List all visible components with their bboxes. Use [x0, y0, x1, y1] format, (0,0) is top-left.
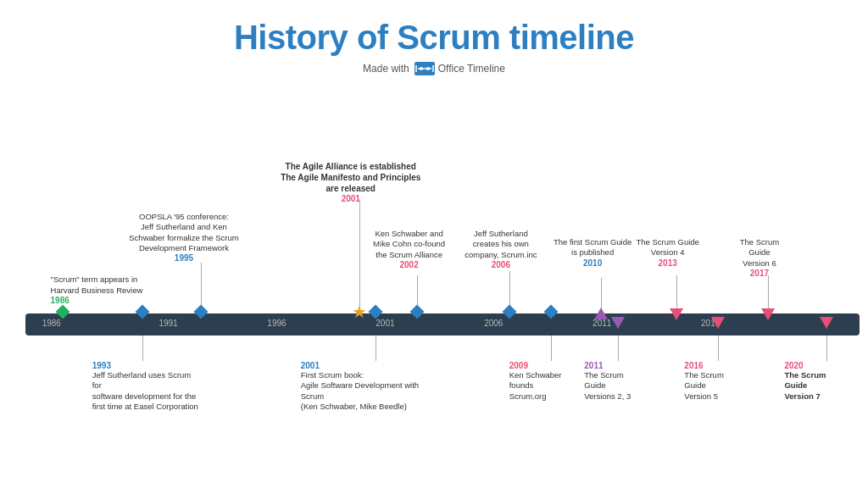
office-timeline-logo: Office Timeline: [415, 62, 505, 75]
marker-2001-star: ★: [352, 303, 367, 320]
marker-2016: [711, 317, 725, 329]
marker-1995: [196, 307, 206, 317]
timeline-bar: 1986 1991 1996 2001 2006 2011 2016: [25, 313, 860, 336]
marker-2009: [546, 307, 556, 317]
year-1991: 1991: [159, 319, 177, 328]
year-1986: 1986: [42, 319, 61, 328]
marker-1986: [58, 307, 68, 317]
ot-logo-icon: [415, 62, 435, 75]
event-jeff-easel: 1993 Jeff Sutherland uses Scrum forsoftw…: [92, 361, 203, 412]
event-scrum-org: 2009 Ken SchwaberfoundsScrum.org: [509, 361, 577, 402]
marker-2002: [412, 307, 422, 317]
event-guide-v7: 2020 The ScrumGuideVersion 7: [784, 361, 848, 402]
subtitle-text: Made with: [363, 63, 409, 75]
year-2011: 2011: [593, 319, 611, 328]
marker-2006: [504, 307, 515, 317]
event-ken-mike: Ken Schwaber andMike Cohn co-foundthe Sc…: [363, 229, 456, 269]
page: History of Scrum timeline Made with Offi…: [0, 0, 868, 488]
subtitle-bar: Made with Office Timeline: [0, 62, 868, 75]
timeline-container: 1986 1991 1996 2001 2006 2011 2016 "Scru…: [25, 144, 860, 449]
event-oopsla: OOPSLA '95 conference:Jeff Sutherland an…: [129, 212, 239, 263]
marker-2013: [670, 308, 683, 320]
connector-agile: [359, 199, 360, 315]
marker-2020: [820, 317, 833, 329]
year-2006: 2006: [484, 319, 503, 328]
event-guide-v5: 2016 The ScrumGuideVersion 5: [684, 361, 748, 402]
event-jeff-own: Jeff Sutherlandcreates his owncompany, S…: [459, 229, 543, 269]
connector-guide-v23: [618, 336, 619, 361]
marker-2011: [611, 317, 625, 329]
svg-point-2: [420, 67, 423, 70]
marker-2010: [594, 308, 608, 319]
marker-2017: [761, 308, 775, 320]
connector-jeff-easel: [142, 336, 143, 361]
marker-2001-below: [370, 307, 381, 317]
event-guide-v23: 2011 The ScrumGuideVersions 2, 3: [584, 361, 652, 402]
event-first-book: 2001 First Scrum book:Agile Software Dev…: [301, 361, 428, 412]
connector-first-book: [376, 336, 376, 361]
event-first-guide: The first Scrum Guideis published 2010: [550, 237, 635, 268]
event-agile-alliance: The Agile Alliance is establishedThe Agi…: [275, 161, 427, 203]
ot-logo-text: Office Timeline: [438, 63, 505, 75]
page-title: History of Scrum timeline: [0, 0, 868, 57]
year-1996: 1996: [267, 319, 286, 328]
marker-1993: [137, 307, 147, 317]
svg-point-3: [426, 67, 430, 70]
event-guide-v4: The Scrum GuideVersion 4 2013: [634, 237, 702, 268]
connector-guide-v7: [826, 336, 827, 361]
connector-scrum-org: [551, 336, 552, 361]
event-scrum-term: "Scrum" term appears inHarvard Business …: [51, 274, 144, 305]
event-guide-v6: The ScrumGuideVersion 6 2017: [727, 237, 791, 278]
connector-guide-v5: [718, 336, 719, 361]
year-2001: 2001: [376, 319, 394, 328]
